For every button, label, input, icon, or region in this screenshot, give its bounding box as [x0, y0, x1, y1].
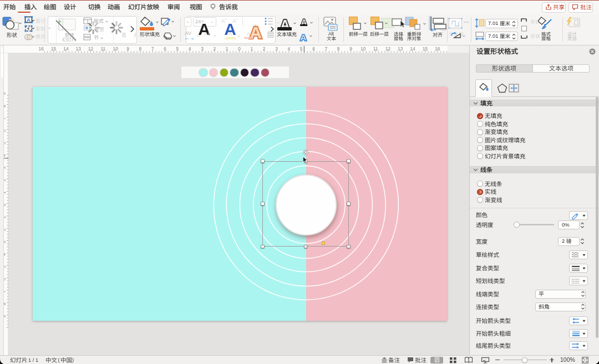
svg-text:3: 3 [4, 240, 7, 243]
svg-text:7: 7 [4, 117, 7, 120]
svg-text:10: 10 [113, 46, 118, 52]
svg-text:8: 8 [337, 46, 340, 52]
svg-text:5: 5 [4, 265, 7, 268]
svg-text:15: 15 [51, 46, 57, 52]
svg-text:14: 14 [63, 46, 69, 52]
svg-text:0: 0 [238, 46, 241, 52]
svg-text:5: 5 [300, 46, 303, 52]
svg-text:6: 6 [4, 129, 7, 132]
svg-text:3: 3 [275, 46, 278, 52]
svg-text:5: 5 [4, 142, 7, 145]
svg-text:15: 15 [423, 46, 428, 52]
svg-text:1: 1 [4, 191, 7, 194]
svg-text:2: 2 [4, 179, 7, 182]
svg-text:11: 11 [373, 46, 378, 52]
svg-text:A: A [27, 17, 31, 23]
svg-text:9: 9 [4, 92, 7, 95]
svg-text:9: 9 [126, 46, 129, 52]
svg-text:9: 9 [349, 46, 352, 52]
svg-text:8: 8 [139, 46, 142, 52]
svg-text:4: 4 [4, 253, 7, 256]
svg-text:1: 1 [226, 46, 229, 52]
svg-text:8: 8 [4, 105, 7, 107]
svg-text:14: 14 [410, 46, 415, 52]
svg-text:6: 6 [164, 46, 166, 52]
svg-text:12: 12 [88, 46, 94, 52]
svg-text:12: 12 [385, 46, 391, 52]
svg-text:2: 2 [213, 46, 216, 52]
svg-text:10: 10 [361, 46, 366, 52]
svg-text:6: 6 [312, 46, 315, 52]
svg-text:11: 11 [100, 46, 105, 52]
svg-text:7: 7 [151, 46, 154, 52]
svg-text:3: 3 [201, 46, 204, 52]
svg-text:13: 13 [398, 46, 403, 52]
svg-text:4: 4 [287, 46, 290, 52]
svg-text:7: 7 [324, 46, 327, 52]
svg-text:4: 4 [4, 154, 7, 157]
svg-text:7: 7 [4, 290, 7, 293]
svg-text:0: 0 [4, 203, 7, 206]
svg-text:16: 16 [435, 46, 440, 52]
svg-text:6: 6 [4, 278, 7, 280]
svg-text:2: 2 [263, 46, 266, 52]
svg-text:16: 16 [38, 46, 44, 52]
svg-text:5: 5 [176, 46, 179, 52]
svg-text:2: 2 [4, 228, 7, 231]
svg-text:1: 1 [250, 46, 253, 52]
svg-text:3: 3 [4, 166, 7, 169]
svg-text:4: 4 [189, 46, 191, 52]
svg-text:9: 9 [4, 315, 7, 317]
svg-text:8: 8 [4, 303, 7, 305]
svg-text:A: A [301, 33, 307, 42]
svg-text:13: 13 [75, 46, 81, 52]
svg-text:1: 1 [4, 216, 7, 219]
